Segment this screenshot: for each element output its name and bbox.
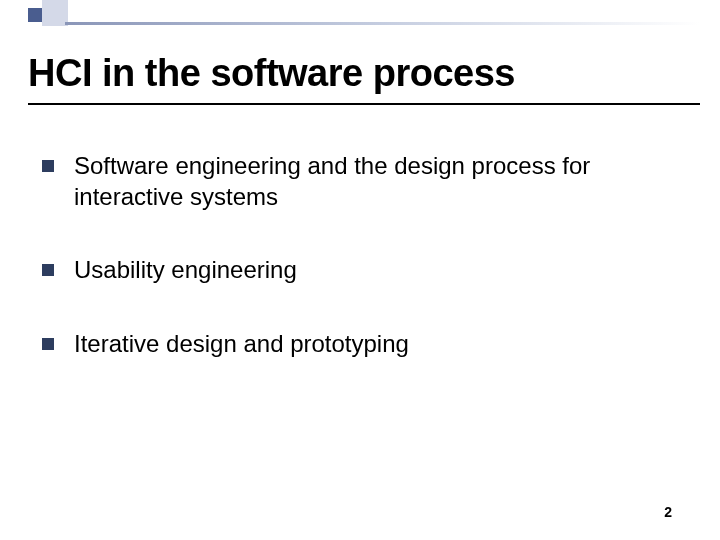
- list-item: Usability engineering: [42, 254, 660, 285]
- bullet-square-icon: [42, 264, 54, 276]
- title-underline: [28, 103, 700, 105]
- bullet-list: Software engineering and the design proc…: [42, 150, 660, 401]
- list-item: Software engineering and the design proc…: [42, 150, 660, 212]
- deco-gradient-line: [65, 22, 700, 25]
- bullet-text: Usability engineering: [74, 254, 660, 285]
- bullet-text: Software engineering and the design proc…: [74, 150, 660, 212]
- list-item: Iterative design and prototyping: [42, 328, 660, 359]
- bullet-square-icon: [42, 338, 54, 350]
- slide-title: HCI in the software process: [28, 52, 515, 95]
- bullet-text: Iterative design and prototyping: [74, 328, 660, 359]
- slide-top-decoration: [0, 0, 720, 30]
- deco-square-dark: [28, 8, 42, 22]
- bullet-square-icon: [42, 160, 54, 172]
- page-number: 2: [664, 504, 672, 520]
